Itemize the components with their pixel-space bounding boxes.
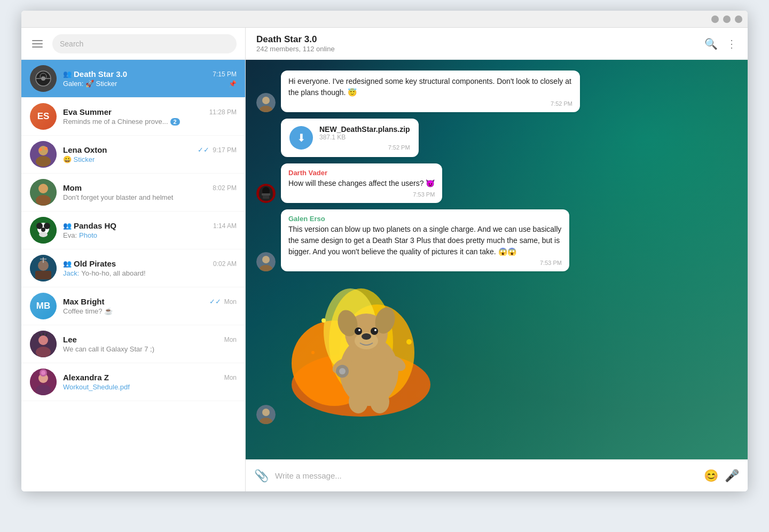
svg-point-18 — [39, 232, 48, 237]
message-row-3: Darth Vader How will these changes affec… — [256, 163, 737, 203]
chat-item-max-bright[interactable]: MB Max Bright ✓✓ Mon Coffee time? ☕ — [21, 287, 245, 325]
svg-point-61 — [371, 327, 378, 335]
chat-preview-death-star: Galen: 🚀 Sticker 📌 — [63, 80, 237, 88]
message-input[interactable] — [275, 471, 697, 480]
sidebar-header — [21, 28, 245, 60]
file-time: 7:52 PM — [319, 144, 410, 151]
svg-point-67 — [339, 368, 346, 374]
chat-list: 👥 Death Star 3.0 7:15 PM Galen: 🚀 Sticke… — [21, 60, 245, 491]
messages-list: Hi everyone. I've redesigned some key st… — [256, 71, 737, 424]
svg-rect-21 — [35, 271, 51, 279]
chat-time-alexandra-z: Mon — [224, 374, 237, 381]
message-bubble-1: Hi everyone. I've redesigned some key st… — [281, 71, 580, 112]
messages-area: Hi everyone. I've redesigned some key st… — [246, 60, 748, 459]
chat-preview-eva-summer: Reminds me of a Chinese prove... 2 — [63, 118, 237, 126]
download-icon: ⬇ — [289, 126, 313, 150]
mic-icon[interactable]: 🎤 — [725, 469, 739, 483]
chat-info-lee: Lee Mon We can call it Galaxy Star 7 ;) — [63, 335, 237, 353]
chat-preview-mom: Don't forget your blaster and helmet — [63, 193, 237, 201]
svg-point-17 — [41, 228, 45, 232]
message-row-4: Galen Erso This version can blow up two … — [256, 209, 737, 271]
svg-point-69 — [370, 390, 389, 413]
app-body: 👥 Death Star 3.0 7:15 PM Galen: 🚀 Sticke… — [21, 28, 748, 491]
message-time-1: 7:52 PM — [288, 100, 572, 107]
chat-title: Death Star 3.0 — [256, 34, 335, 45]
msg-avatar-1 — [256, 93, 276, 112]
chat-preview-alexandra-z: Workout_Shedule.pdf — [63, 383, 237, 391]
chat-item-death-star[interactable]: 👥 Death Star 3.0 7:15 PM Galen: 🚀 Sticke… — [21, 60, 245, 98]
message-time-3: 7:53 PM — [288, 191, 435, 198]
svg-point-3 — [41, 76, 45, 81]
svg-point-53 — [311, 351, 315, 354]
chat-subtitle: 242 members, 112 online — [256, 45, 335, 53]
app-window: − □ × — [21, 11, 748, 491]
chat-header: Death Star 3.0 242 members, 112 online 🔍… — [246, 28, 748, 60]
chat-name-eva-summer: Eva Summer — [63, 107, 112, 116]
search-icon[interactable]: 🔍 — [704, 37, 718, 50]
svg-point-59 — [362, 333, 371, 340]
close-button[interactable]: × — [735, 15, 742, 23]
chat-info-alexandra-z: Alexandra Z Mon Workout_Shedule.pdf — [63, 373, 237, 391]
chat-name-alexandra-z: Alexandra Z — [63, 373, 109, 382]
svg-point-50 — [321, 318, 326, 323]
search-input[interactable] — [52, 34, 237, 53]
chat-time-eva-summer: 11:28 PM — [209, 108, 237, 116]
file-bubble-1[interactable]: ⬇ NEW_DeathStar.plans.zip 387.1 KB 7:52 … — [281, 119, 419, 157]
chat-info-lena-oxton: Lena Oxton ✓✓ 9:17 PM 😀 Sticker — [63, 145, 237, 163]
chat-info-eva-summer: Eva Summer 11:28 PM Reminds me of a Chin… — [63, 107, 237, 126]
avatar-alexandra-z — [30, 369, 57, 395]
sticker-dog — [281, 278, 441, 417]
avatar-lena-oxton — [30, 141, 57, 168]
chat-name-pandas-hq: 👥 Pandas HQ — [63, 221, 116, 230]
message-input-area: 📎 😊 🎤 — [246, 459, 748, 491]
svg-point-52 — [406, 339, 412, 345]
svg-point-71 — [262, 409, 270, 416]
emoji-icon[interactable]: 😊 — [704, 469, 718, 483]
group-icon: 👥 — [63, 70, 72, 78]
menu-icon[interactable] — [30, 38, 45, 50]
chat-time-lena: 9:17 PM — [213, 146, 237, 154]
chat-time-lee: Mon — [224, 336, 237, 343]
chat-item-eva-summer[interactable]: ES Eva Summer 11:28 PM Reminds me of a C… — [21, 98, 245, 136]
sticker-area — [256, 278, 737, 417]
svg-point-62 — [358, 329, 360, 331]
avatar-pandas-hq — [30, 217, 57, 244]
chat-name-mom: Mom — [63, 183, 82, 192]
attach-icon[interactable]: 📎 — [254, 469, 269, 483]
svg-point-25 — [38, 335, 48, 345]
chat-preview-pandas: Eva: Photo — [63, 231, 237, 239]
svg-point-68 — [349, 390, 368, 413]
chat-name-lee: Lee — [63, 335, 77, 344]
chat-item-lee[interactable]: Lee Mon We can call it Galaxy Star 7 ;) — [21, 325, 245, 363]
msg-avatar-4 — [256, 252, 276, 271]
double-check-max: ✓✓ — [209, 298, 221, 306]
svg-rect-40 — [263, 195, 269, 199]
maximize-button[interactable]: □ — [723, 15, 731, 23]
chat-time-mom: 8:02 PM — [213, 184, 237, 192]
more-icon[interactable]: ⋮ — [726, 37, 737, 50]
chat-item-pandas-hq[interactable]: 👥 Pandas HQ 1:14 AM Eva: Photo — [21, 212, 245, 249]
chat-item-old-pirates[interactable]: 👥 Old Pirates 0:02 AM Jack: Yo-ho-ho, al… — [21, 249, 245, 287]
svg-point-11 — [38, 184, 48, 193]
chat-info-death-star: 👥 Death Star 3.0 7:15 PM Galen: 🚀 Sticke… — [63, 69, 237, 88]
chat-preview-lena: 😀 Sticker — [63, 155, 237, 163]
chat-item-lena-oxton[interactable]: Lena Oxton ✓✓ 9:17 PM 😀 Sticker — [21, 136, 245, 174]
message-bubble-4: Galen Erso This version can blow up two … — [281, 209, 569, 271]
svg-point-8 — [39, 148, 42, 151]
svg-point-43 — [262, 256, 270, 263]
chat-item-alexandra-z[interactable]: Alexandra Z Mon Workout_Shedule.pdf — [21, 363, 245, 401]
chat-preview-lee: We can call it Galaxy Star 7 ;) — [63, 345, 237, 353]
chat-info-mom: Mom 8:02 PM Don't forget your blaster an… — [63, 183, 237, 201]
svg-point-32 — [36, 385, 51, 395]
message-text-1: Hi everyone. I've redesigned some key st… — [288, 76, 572, 98]
chat-preview-max: Coffee time? ☕ — [63, 307, 237, 315]
chat-item-mom[interactable]: Mom 8:02 PM Don't forget your blaster an… — [21, 174, 245, 212]
sidebar: 👥 Death Star 3.0 7:15 PM Galen: 🚀 Sticke… — [21, 28, 246, 491]
titlebar: − □ × — [21, 11, 748, 28]
svg-point-60 — [355, 327, 362, 335]
sender-galen-erso: Galen Erso — [288, 215, 562, 223]
chat-info-pandas-hq: 👥 Pandas HQ 1:14 AM Eva: Photo — [63, 221, 237, 239]
sender-darth-vader: Darth Vader — [288, 169, 435, 177]
minimize-button[interactable]: − — [711, 15, 719, 23]
file-size: 387.1 KB — [319, 134, 410, 141]
